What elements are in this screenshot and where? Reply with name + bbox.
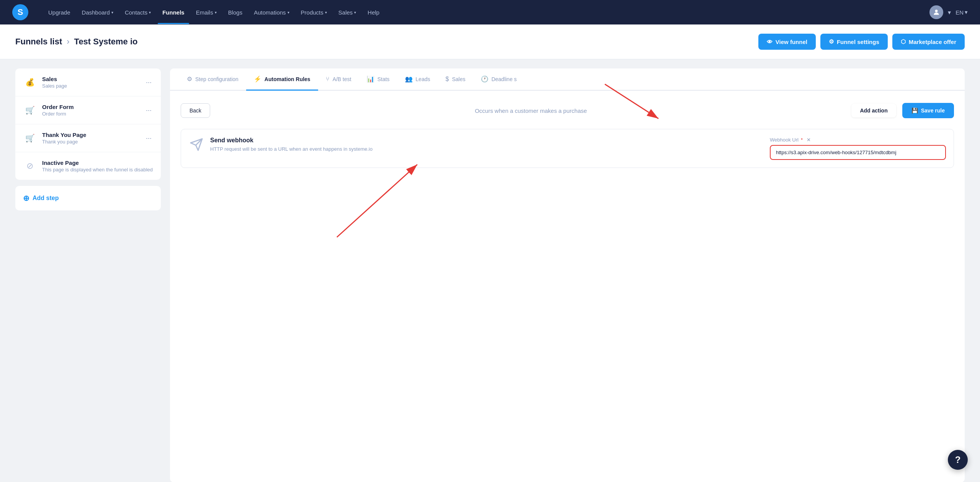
rule-description: Occurs when a customer makes a purchase	[216, 107, 845, 114]
order-form-icon: 🛒	[23, 103, 37, 117]
nav-active-indicator	[158, 23, 189, 24]
nav-contacts[interactable]: Contacts ▾	[120, 6, 155, 19]
people-icon: 👥	[405, 75, 413, 83]
chevron-down-icon: ▾	[354, 10, 356, 15]
dollar-icon: $	[446, 76, 449, 83]
nav-upgrade[interactable]: Upgrade	[44, 6, 75, 19]
sidebar-sales-title: Sales	[42, 76, 139, 82]
tabs-bar: ⚙ Step configuration ⚡ Automation Rules …	[170, 68, 965, 91]
chevron-down-icon: ▾	[111, 10, 113, 15]
chart-icon: 📊	[367, 75, 374, 83]
gear-icon: ⚙	[829, 38, 834, 45]
plus-icon: ⊕	[23, 194, 29, 203]
close-icon[interactable]: ✕	[807, 137, 811, 143]
sidebar-item-menu-icon[interactable]: ···	[144, 133, 153, 144]
tab-step-configuration[interactable]: ⚙ Step configuration	[179, 68, 246, 91]
navbar-links: Upgrade Dashboard ▾ Contacts ▾ Funnels E…	[44, 6, 929, 19]
avatar[interactable]	[929, 5, 943, 19]
chevron-down-icon: ▾	[287, 10, 289, 15]
navbar: S Upgrade Dashboard ▾ Contacts ▾ Funnels…	[0, 0, 980, 24]
sliders-icon: ⚙	[187, 75, 192, 83]
nav-automations[interactable]: Automations ▾	[249, 6, 294, 19]
marketplace-icon: ⬡	[901, 38, 906, 45]
nav-sales[interactable]: Sales ▾	[334, 6, 361, 19]
sidebar-order-form-title: Order Form	[42, 104, 139, 110]
chevron-down-icon: ▾	[215, 10, 217, 15]
chevron-down-icon: ▾	[965, 9, 968, 16]
tab-deadline[interactable]: 🕐 Deadline s	[473, 68, 524, 91]
nav-funnels[interactable]: Funnels	[158, 6, 189, 19]
app-logo[interactable]: S	[12, 4, 28, 20]
sidebar-footer: ⊕ Add step	[15, 186, 161, 210]
sidebar-sales-subtitle: Sales page	[42, 83, 139, 89]
sidebar-thank-you-subtitle: Thank you page	[42, 139, 139, 145]
webhook-url-input[interactable]	[770, 145, 946, 160]
webhook-title: Send webhook	[210, 137, 764, 144]
nav-emails[interactable]: Emails ▾	[191, 6, 221, 19]
navbar-right: ▾ EN ▾	[929, 5, 968, 19]
webhook-description: HTTP request will be sent to a URL when …	[210, 145, 764, 153]
sidebar-item-thank-you[interactable]: 🛒 Thank You Page Thank you page ···	[15, 124, 161, 152]
page-header: Funnels list › Test Systeme io 👁 View fu…	[0, 24, 980, 59]
main-layout: 💰 Sales Sales page ··· 🛒 Order Form Orde…	[0, 59, 980, 482]
send-icon	[189, 137, 204, 152]
ab-icon: ⑂	[326, 76, 330, 83]
header-actions: 👁 View funnel ⚙ Funnel settings ⬡ Market…	[758, 34, 965, 50]
sidebar-item-menu-icon[interactable]: ···	[144, 77, 153, 88]
lightning-icon: ⚡	[254, 75, 261, 83]
sidebar-inactive-title: Inactive Page	[42, 160, 153, 166]
back-button[interactable]: Back	[181, 103, 210, 118]
chevron-down-icon: ▾	[325, 10, 327, 15]
required-indicator: *	[801, 137, 803, 143]
funnel-settings-button[interactable]: ⚙ Funnel settings	[820, 34, 888, 50]
webhook-field-area: Webhook Url * ✕	[770, 137, 946, 160]
tab-ab-test[interactable]: ⑂ A/B test	[318, 69, 359, 91]
tab-automation-rules[interactable]: ⚡ Automation Rules	[246, 68, 318, 91]
language-selector[interactable]: EN ▾	[956, 9, 968, 16]
nav-products[interactable]: Products ▾	[296, 6, 332, 19]
inactive-icon: ⊘	[23, 159, 37, 173]
breadcrumb-current: Test Systeme io	[74, 37, 138, 47]
sidebar-item-order-form[interactable]: 🛒 Order Form Order form ···	[15, 96, 161, 124]
chevron-down-icon: ▾	[149, 10, 151, 15]
webhook-info: Send webhook HTTP request will be sent t…	[210, 137, 764, 153]
tab-stats[interactable]: 📊 Stats	[359, 68, 397, 91]
sidebar-order-form-subtitle: Order form	[42, 111, 139, 117]
sales-icon: 💰	[23, 75, 37, 89]
save-icon: 💾	[911, 107, 918, 114]
svg-point-0	[935, 10, 938, 12]
breadcrumb-separator: ›	[67, 37, 69, 47]
sidebar-item-menu-icon[interactable]: ···	[144, 105, 153, 116]
rule-toolbar: Back Occurs when a customer makes a purc…	[181, 103, 954, 118]
webhook-card: Send webhook HTTP request will be sent t…	[181, 129, 954, 168]
tab-leads[interactable]: 👥 Leads	[397, 68, 438, 91]
breadcrumb: Funnels list › Test Systeme io	[15, 37, 137, 47]
nav-blogs[interactable]: Blogs	[224, 6, 247, 19]
avatar-chevron-icon: ▾	[948, 9, 951, 16]
sidebar-card: 💰 Sales Sales page ··· 🛒 Order Form Orde…	[15, 68, 161, 180]
sidebar: 💰 Sales Sales page ··· 🛒 Order Form Orde…	[15, 68, 161, 482]
thank-you-icon: 🛒	[23, 131, 37, 145]
add-step-button[interactable]: ⊕ Add step	[23, 194, 59, 203]
breadcrumb-home[interactable]: Funnels list	[15, 37, 62, 47]
marketplace-offer-button[interactable]: ⬡ Marketplace offer	[892, 34, 965, 50]
sidebar-inactive-subtitle: This page is displayed when the funnel i…	[42, 167, 153, 173]
sidebar-item-sales[interactable]: 💰 Sales Sales page ···	[15, 68, 161, 96]
content-area: ⚙ Step configuration ⚡ Automation Rules …	[170, 68, 965, 482]
content-body: Back Occurs when a customer makes a purc…	[170, 91, 965, 482]
view-funnel-button[interactable]: 👁 View funnel	[758, 34, 816, 50]
nav-dashboard[interactable]: Dashboard ▾	[77, 6, 118, 19]
add-action-button[interactable]: Add action	[851, 104, 896, 117]
nav-help[interactable]: Help	[363, 6, 384, 19]
eye-icon: 👁	[767, 39, 773, 45]
clock-icon: 🕐	[481, 75, 488, 83]
sidebar-item-inactive[interactable]: ⊘ Inactive Page This page is displayed w…	[15, 152, 161, 180]
sidebar-thank-you-title: Thank You Page	[42, 132, 139, 138]
save-rule-button[interactable]: 💾 Save rule	[902, 103, 954, 118]
tab-sales[interactable]: $ Sales	[438, 69, 473, 91]
webhook-field-label: Webhook Url * ✕	[770, 137, 946, 143]
help-button[interactable]: ?	[948, 450, 968, 470]
